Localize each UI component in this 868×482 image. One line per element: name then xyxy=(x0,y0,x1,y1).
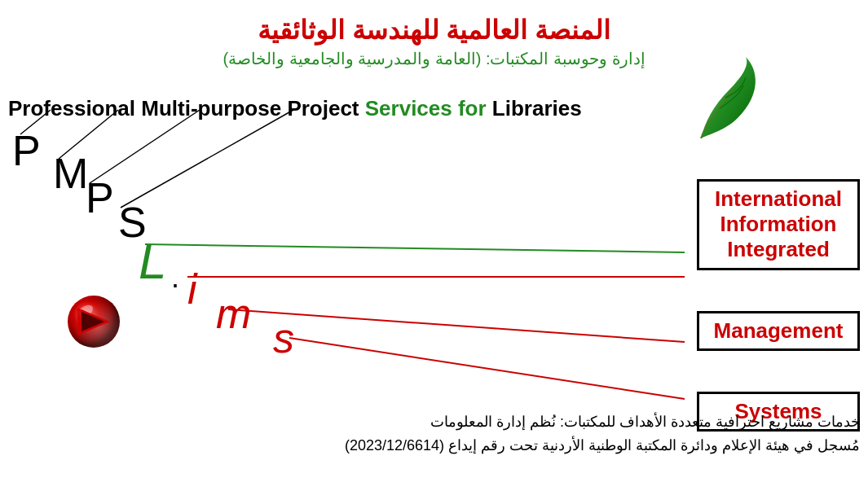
box-management: Management xyxy=(697,311,860,351)
letter-m: m xyxy=(216,289,251,338)
globe-icon xyxy=(65,293,122,350)
letter-L: L xyxy=(139,232,166,290)
bottom-line1: خدمات مشاريع احترافية متعددة الأهداف للم… xyxy=(8,410,860,434)
letter-P: P xyxy=(12,126,41,175)
letter-i: i xyxy=(187,265,197,313)
main-container: المنصة العالمية للهندسة الوثائقية إدارة … xyxy=(0,0,868,482)
acronym-area: P M P S L . i m s xyxy=(12,126,355,379)
word-project: Project xyxy=(287,96,364,120)
box-international-text: InternationalInformationIntegrated xyxy=(709,186,848,263)
box-management-text: Management xyxy=(709,318,848,344)
word-multi: Multi-purpose xyxy=(141,96,287,120)
word-libraries: Libraries xyxy=(492,96,582,120)
box-international: InternationalInformationIntegrated xyxy=(697,179,860,270)
right-boxes: InternationalInformationIntegrated Manag… xyxy=(697,179,860,440)
feather-icon xyxy=(689,53,762,142)
professional-line: Professional Multi-purpose Project Servi… xyxy=(8,96,582,121)
letter-P2: P xyxy=(86,173,114,222)
bottom-line2: مُسجل في هيئة الإعلام ودائرة المكتبة الو… xyxy=(8,434,860,458)
arabic-title: المنصة العالمية للهندسة الوثائقية xyxy=(0,0,868,46)
letter-s: s xyxy=(273,313,294,362)
word-services: Services for xyxy=(365,96,492,120)
bottom-text: خدمات مشاريع احترافية متعددة الأهداف للم… xyxy=(8,410,860,458)
letter-M: M xyxy=(53,149,88,198)
letter-dot: . xyxy=(171,261,179,295)
word-professional: Professional xyxy=(8,96,141,120)
